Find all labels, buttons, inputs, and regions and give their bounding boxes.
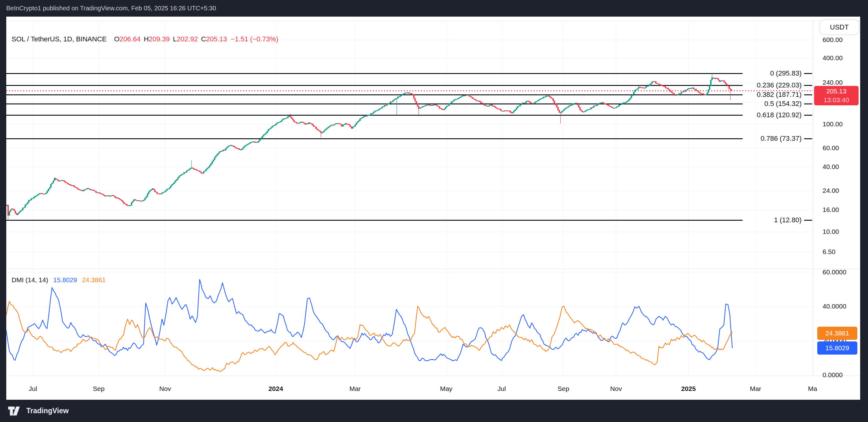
- dmi-current-values: 15.802924.3861: [48, 276, 106, 283]
- currency-label: USDT: [830, 23, 849, 31]
- ohlc-key: C: [201, 35, 206, 43]
- symbol-title[interactable]: SOL / TetherUS, 1D, BINANCE: [11, 35, 106, 43]
- bar-countdown: 13:03:40: [824, 96, 849, 104]
- candlestick-and-dmi-plot[interactable]: [6, 17, 860, 400]
- ohlc-key: H: [144, 35, 149, 43]
- candles-down: [7, 78, 732, 220]
- change-value: −1.51 (−0.73%): [231, 35, 279, 43]
- chart-card: 0 (295.83)0.236 (229.03)0.382 (187.71)0.…: [6, 17, 860, 400]
- last-price-value: 205.13: [826, 87, 846, 96]
- ohlc-value: 202.92: [177, 35, 198, 43]
- dmi-value-badge: 24.3861: [817, 327, 857, 340]
- last-price-badge: 205.13 13:03:40: [814, 86, 859, 106]
- ohlc-values: O206.64H209.39L202.92C205.13: [111, 35, 227, 43]
- tradingview-logo-text[interactable]: TradingView: [26, 406, 69, 415]
- tradingview-published-chart: { "page": { "top_bar": "BeInCrypto1 publ…: [0, 0, 868, 422]
- tradingview-logo-icon[interactable]: [8, 406, 23, 416]
- dmi-value: 24.3861: [82, 276, 106, 283]
- dmi-title[interactable]: DMI (14, 14): [11, 276, 48, 283]
- publish-info-text: BeInCrypto1 published on TradingView.com…: [6, 5, 216, 11]
- dmi-value-badge: 15.8029: [817, 341, 857, 355]
- dmi-indicator-header: DMI (14, 14)15.802924.3861: [11, 276, 106, 284]
- symbol-header: SOL / TetherUS, 1D, BINANCEO206.64H209.3…: [11, 35, 278, 43]
- dmi-line-adx: [6, 301, 732, 371]
- dmi-value: 15.8029: [53, 276, 77, 283]
- ohlc-value: 209.39: [149, 35, 170, 43]
- currency-toggle-button[interactable]: USDT: [819, 20, 859, 35]
- dmi-line-plus-di: [6, 280, 732, 361]
- ohlc-key: O: [114, 35, 119, 43]
- publish-info-bar: BeInCrypto1 published on TradingView.com…: [0, 0, 868, 17]
- candles-up: [7, 73, 722, 215]
- ohlc-value: 205.13: [206, 35, 227, 43]
- footer-bar: TradingView: [0, 400, 868, 422]
- ohlc-value: 206.64: [119, 35, 141, 43]
- ohlc-key: L: [173, 35, 177, 43]
